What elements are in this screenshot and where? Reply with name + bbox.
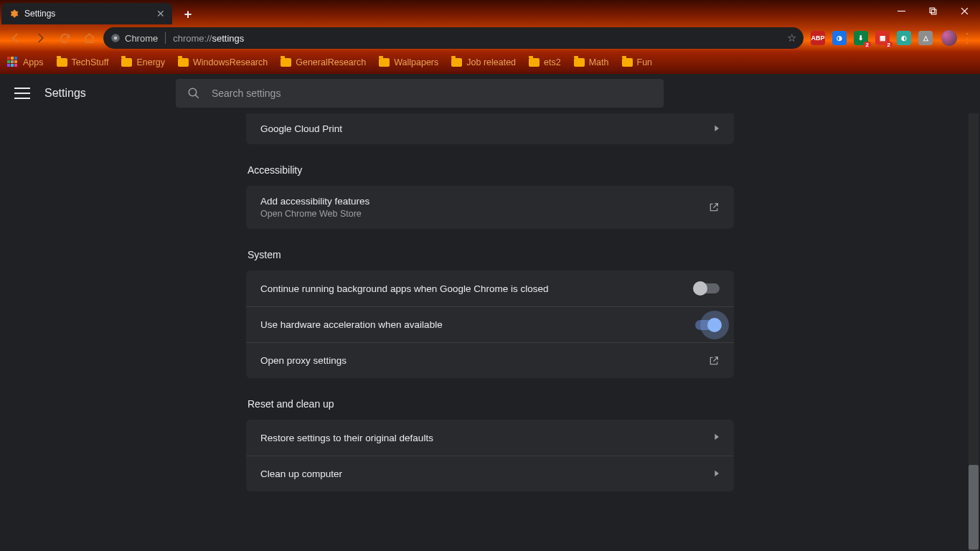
row-label: Continue running background apps when Go… bbox=[260, 283, 549, 294]
bookmark-folder[interactable]: GeneralResearch bbox=[281, 57, 366, 67]
svg-rect-1 bbox=[931, 9, 936, 14]
drive-icon[interactable]: △ bbox=[918, 31, 933, 45]
background-apps-toggle[interactable] bbox=[695, 283, 720, 293]
bookmarks-bar: Apps TechStuff Energy WindowsResearch Ge… bbox=[0, 52, 980, 73]
tab-settings[interactable]: Settings ✕ bbox=[1, 3, 172, 24]
folder-icon bbox=[622, 58, 633, 67]
hardware-acceleration-toggle[interactable] bbox=[695, 320, 720, 330]
section-title-system: System bbox=[248, 249, 734, 260]
search-input[interactable] bbox=[212, 88, 652, 99]
accessibility-card: Add accessibility features Open Chrome W… bbox=[246, 186, 734, 229]
bookmark-folder[interactable]: WindowsResearch bbox=[178, 57, 268, 67]
folder-icon bbox=[574, 58, 585, 67]
bookmark-label: WindowsResearch bbox=[193, 57, 268, 67]
site-chip: Chrome bbox=[110, 33, 158, 44]
bookmark-label: TechStuff bbox=[72, 57, 109, 67]
reset-card: Restore settings to their original defau… bbox=[246, 420, 734, 491]
bookmark-label: Energy bbox=[136, 57, 165, 67]
external-link-icon bbox=[708, 355, 720, 367]
home-button[interactable] bbox=[79, 28, 99, 48]
close-window-button[interactable] bbox=[948, 0, 980, 22]
new-tab-button[interactable]: + bbox=[178, 4, 198, 24]
gear-icon bbox=[9, 9, 19, 19]
bookmark-folder[interactable]: ets2 bbox=[529, 57, 561, 67]
extension-icon[interactable]: ◑ bbox=[832, 31, 847, 45]
svg-rect-0 bbox=[930, 8, 935, 13]
page-title: Settings bbox=[44, 87, 86, 100]
row-label: Open proxy settings bbox=[260, 355, 347, 366]
chevron-right-icon bbox=[714, 470, 720, 479]
settings-content: Google Cloud Print Accessibility Add acc… bbox=[0, 113, 980, 551]
row-label: Clean up computer bbox=[260, 468, 342, 479]
hardware-acceleration-row: Use hardware acceleration when available bbox=[246, 306, 734, 342]
cleanup-computer-row[interactable]: Clean up computer bbox=[246, 456, 734, 491]
url-text: chrome://settings bbox=[173, 33, 244, 44]
settings-header: Settings bbox=[0, 74, 980, 113]
address-bar[interactable]: Chrome chrome://settings ☆ bbox=[103, 27, 804, 49]
close-icon[interactable]: ✕ bbox=[156, 9, 165, 19]
apps-grid-icon bbox=[7, 57, 19, 68]
external-link-icon bbox=[708, 202, 720, 213]
bookmark-label: Wallpapers bbox=[394, 57, 438, 67]
background-apps-row: Continue running background apps when Go… bbox=[246, 270, 734, 306]
separator bbox=[165, 32, 166, 44]
row-label: Add accessibility features bbox=[260, 196, 369, 207]
chevron-right-icon bbox=[714, 433, 720, 442]
bookmark-folder[interactable]: Fun bbox=[622, 57, 653, 67]
folder-icon bbox=[178, 58, 189, 67]
profile-avatar[interactable] bbox=[941, 30, 957, 46]
add-accessibility-features-row[interactable]: Add accessibility features Open Chrome W… bbox=[246, 186, 734, 229]
extension-download-icon[interactable]: ⬇ bbox=[854, 31, 868, 45]
bookmark-apps[interactable]: Apps bbox=[7, 57, 44, 68]
extension-icons: ABP ◑ ⬇ ▦ ◐ △ bbox=[811, 31, 933, 45]
maximize-button[interactable] bbox=[917, 0, 948, 22]
bookmark-label: Apps bbox=[23, 57, 44, 67]
folder-icon bbox=[281, 58, 291, 67]
minimize-button[interactable] bbox=[885, 0, 917, 22]
search-icon bbox=[187, 87, 200, 100]
hamburger-menu-button[interactable] bbox=[14, 85, 30, 101]
extension-badge-icon[interactable]: ▦ bbox=[875, 31, 890, 45]
open-proxy-settings-row[interactable]: Open proxy settings bbox=[246, 342, 734, 378]
tab-strip: Settings ✕ + bbox=[0, 0, 980, 24]
extension-icon-2[interactable]: ◐ bbox=[897, 31, 911, 45]
bookmark-label: Math bbox=[589, 57, 609, 67]
bookmark-star-icon[interactable]: ☆ bbox=[787, 32, 796, 44]
search-settings[interactable] bbox=[176, 79, 664, 108]
bookmark-label: ets2 bbox=[544, 57, 561, 67]
bookmark-folder[interactable]: Energy bbox=[121, 57, 165, 67]
folder-icon bbox=[451, 58, 462, 67]
google-cloud-print-row[interactable]: Google Cloud Print bbox=[246, 113, 734, 144]
section-title-reset: Reset and clean up bbox=[248, 398, 734, 410]
bookmark-folder[interactable]: Math bbox=[574, 57, 609, 67]
folder-icon bbox=[529, 58, 540, 67]
restore-defaults-row[interactable]: Restore settings to their original defau… bbox=[246, 420, 734, 456]
scrollbar-thumb[interactable] bbox=[969, 465, 979, 550]
bookmark-folder[interactable]: TechStuff bbox=[57, 57, 109, 67]
row-label: Google Cloud Print bbox=[260, 123, 342, 134]
bookmark-label: GeneralResearch bbox=[296, 57, 366, 67]
row-sublabel: Open Chrome Web Store bbox=[260, 209, 369, 219]
folder-icon bbox=[121, 58, 132, 67]
folder-icon bbox=[379, 58, 390, 67]
printing-card: Google Cloud Print bbox=[246, 113, 734, 144]
bookmark-folder[interactable]: Wallpapers bbox=[379, 57, 438, 67]
reload-button[interactable] bbox=[55, 28, 75, 48]
folder-icon bbox=[57, 58, 67, 67]
row-label: Use hardware acceleration when available bbox=[260, 319, 443, 330]
forward-button[interactable] bbox=[30, 28, 50, 48]
back-button[interactable] bbox=[6, 28, 26, 48]
chrome-menu-button[interactable]: ⋮ bbox=[960, 30, 974, 46]
section-title-accessibility: Accessibility bbox=[248, 164, 734, 176]
extension-abp-icon[interactable]: ABP bbox=[811, 31, 825, 45]
bookmark-label: Fun bbox=[637, 57, 653, 67]
browser-chrome: Settings ✕ + Chrome chrome://settings ☆ … bbox=[0, 0, 980, 74]
row-label: Restore settings to their original defau… bbox=[260, 433, 433, 443]
site-chip-label: Chrome bbox=[125, 33, 158, 44]
svg-point-3 bbox=[114, 37, 118, 40]
window-controls bbox=[885, 0, 980, 22]
chrome-icon bbox=[110, 33, 121, 43]
bookmark-folder[interactable]: Job releated bbox=[451, 57, 516, 67]
system-card: Continue running background apps when Go… bbox=[246, 270, 734, 378]
nav-toolbar: Chrome chrome://settings ☆ ABP ◑ ⬇ ▦ ◐ △… bbox=[0, 24, 980, 52]
